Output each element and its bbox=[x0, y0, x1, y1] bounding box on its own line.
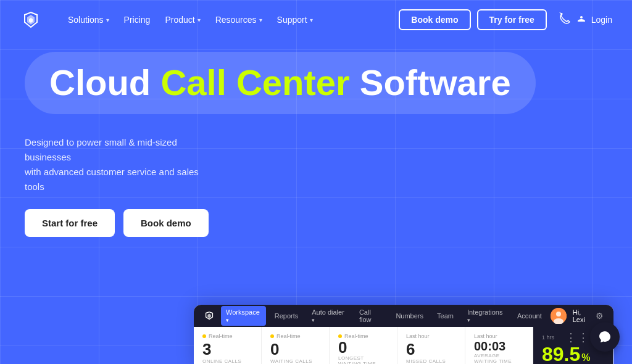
phone-icon[interactable] bbox=[558, 12, 570, 28]
stat-avg-sublabel: AVERAGE WAITING TIME bbox=[474, 353, 524, 364]
nav-solutions[interactable]: Solutions ▾ bbox=[62, 11, 115, 28]
dash-nav-reports[interactable]: Reports bbox=[270, 310, 304, 322]
stat-dot-waiting bbox=[270, 334, 274, 338]
nav-support[interactable]: Support ▾ bbox=[271, 11, 319, 28]
hero-title-accent: Call Center bbox=[160, 62, 349, 102]
dash-nav-autodialer[interactable]: Auto dialer ▾ bbox=[307, 306, 351, 326]
login-link[interactable]: Login bbox=[576, 15, 612, 25]
product-chevron-icon: ▾ bbox=[198, 17, 201, 23]
dash-settings-icon[interactable]: ⚙ bbox=[596, 311, 604, 321]
workspace-chevron-icon: ▾ bbox=[226, 317, 229, 323]
stat-missed-label-top: Last hour bbox=[406, 333, 456, 339]
navbar: Solutions ▾ Pricing Product ▾ Resources … bbox=[0, 0, 632, 39]
stat-online-sublabel: ONLINE CALLS bbox=[202, 358, 252, 364]
book-demo-hero-button[interactable]: Book demo bbox=[123, 209, 209, 237]
support-chevron-icon: ▾ bbox=[310, 17, 313, 23]
hero-section: Cloud Call Center Software Designed to p… bbox=[0, 39, 632, 237]
stat-online-value: 3 bbox=[202, 341, 252, 357]
start-for-free-button[interactable]: Start for free bbox=[25, 209, 115, 237]
dash-nav-team[interactable]: Team bbox=[432, 310, 459, 322]
sl-value: 89.5 bbox=[542, 344, 580, 364]
dash-nav-numbers[interactable]: Numbers bbox=[391, 310, 428, 322]
chat-bubble-button[interactable] bbox=[590, 322, 620, 352]
autodialer-chevron-icon: ▾ bbox=[312, 317, 315, 323]
hero-title-part2: Software bbox=[350, 62, 511, 102]
dash-nav-callflow[interactable]: Call flow bbox=[354, 306, 387, 326]
stat-online-calls: Real-time 3 ONLINE CALLS bbox=[194, 327, 262, 364]
nav-right: Book demo Try for free Login bbox=[399, 9, 612, 30]
dots-icon: ⋮⋮ bbox=[565, 331, 590, 344]
stat-online-label-top: Real-time bbox=[202, 333, 252, 339]
nav-product[interactable]: Product ▾ bbox=[159, 11, 206, 28]
sl-percent: % bbox=[581, 352, 590, 363]
dash-navbar: Workspace ▾ Reports Auto dialer ▾ Call f… bbox=[194, 305, 613, 327]
hero-title: Cloud Call Center Software bbox=[49, 64, 511, 102]
dash-stats: Real-time 3 ONLINE CALLS Real-time 0 WAI… bbox=[194, 327, 613, 364]
stat-dot-online bbox=[202, 334, 206, 338]
svg-point-1 bbox=[556, 312, 561, 316]
book-demo-button[interactable]: Book demo bbox=[399, 9, 470, 30]
stat-waiting-sublabel: WAITING CALLS bbox=[270, 358, 320, 364]
sl-label: 1 hrs bbox=[542, 334, 554, 341]
hero-subtitle: Designed to power small & mid-sized busi… bbox=[25, 135, 210, 194]
dash-avatar bbox=[551, 308, 567, 324]
stat-avg-value: 00:03 bbox=[474, 340, 524, 352]
solutions-chevron-icon: ▾ bbox=[106, 17, 109, 23]
stat-avg-label-top: Last hour bbox=[474, 333, 524, 339]
try-for-free-button[interactable]: Try for free bbox=[477, 9, 547, 30]
dash-hi-text: Hi, Lexi bbox=[573, 308, 589, 323]
dash-nav-workspace[interactable]: Workspace ▾ bbox=[221, 306, 266, 326]
stat-avg-wait: Last hour 00:03 AVERAGE WAITING TIME bbox=[465, 327, 533, 364]
stat-longest-sublabel: LONGEST WAITING TIME bbox=[338, 355, 388, 364]
stat-missed-value: 6 bbox=[406, 341, 456, 357]
stat-longest-value: 0 bbox=[338, 339, 388, 355]
dashboard-preview: Workspace ▾ Reports Auto dialer ▾ Call f… bbox=[194, 305, 613, 364]
stat-missed-sublabel: MISSED CALLS bbox=[406, 358, 456, 364]
stat-missed-calls: Last hour 6 MISSED CALLS bbox=[397, 327, 465, 364]
hero-buttons: Start for free Book demo bbox=[25, 209, 607, 237]
page-wrapper: Solutions ▾ Pricing Product ▾ Resources … bbox=[0, 0, 632, 364]
stat-waiting-calls: Real-time 0 WAITING CALLS bbox=[262, 327, 330, 364]
dash-nav-account[interactable]: Account bbox=[512, 310, 547, 322]
integrations-chevron-icon: ▾ bbox=[467, 317, 470, 323]
logo[interactable] bbox=[20, 9, 42, 31]
dash-nav-integrations[interactable]: Integrations ▾ bbox=[462, 306, 509, 326]
resources-chevron-icon: ▾ bbox=[259, 17, 262, 23]
nav-resources[interactable]: Resources ▾ bbox=[209, 11, 268, 28]
hero-title-part1: Cloud bbox=[49, 62, 160, 102]
stat-longest-wait: Real-time 0 LONGEST WAITING TIME bbox=[330, 327, 397, 364]
hero-title-pill: Cloud Call Center Software bbox=[25, 52, 536, 114]
stat-waiting-value: 0 bbox=[270, 341, 320, 357]
nav-links: Solutions ▾ Pricing Product ▾ Resources … bbox=[62, 11, 399, 28]
nav-pricing[interactable]: Pricing bbox=[118, 11, 157, 28]
dash-right: Hi, Lexi ⚙ bbox=[551, 308, 604, 324]
stat-waiting-label-top: Real-time bbox=[270, 333, 320, 339]
